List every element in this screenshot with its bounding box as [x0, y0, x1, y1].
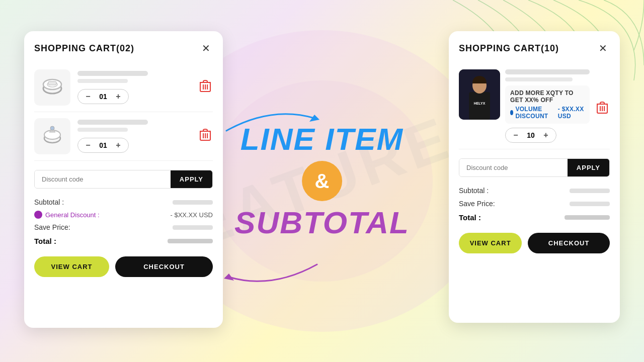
- right-item-decrease-button[interactable]: −: [511, 130, 521, 140]
- left-view-cart-button[interactable]: VIEW CART: [34, 256, 109, 277]
- right-cart-close-button[interactable]: ✕: [596, 41, 610, 55]
- left-item-1-qty-control: − 01 +: [77, 89, 129, 104]
- left-item-2-qty-control: − 01 +: [77, 138, 129, 153]
- left-item-1-image: [34, 69, 70, 106]
- left-cart-item-1: − 01 +: [34, 63, 213, 112]
- volume-discount-price: - $XX.XX USD: [558, 106, 585, 120]
- left-total-row: Total :: [34, 234, 213, 248]
- right-item-qty: 10: [526, 131, 536, 139]
- left-item-1-decrease-button[interactable]: −: [83, 92, 93, 102]
- right-cart-header: SHOPPING CART(10) ✕: [459, 41, 610, 55]
- item-1-subtitle-bar: [77, 79, 128, 83]
- svg-marker-2: [309, 115, 319, 122]
- right-save-price-bar: [570, 202, 610, 206]
- left-discount-label: General Discount :: [34, 211, 100, 219]
- left-discount-value: - $XX.XX USD: [170, 211, 213, 219]
- right-checkout-button[interactable]: CHECKOUT: [528, 233, 610, 253]
- left-discount-input[interactable]: [35, 170, 171, 188]
- discount-tag-icon: [34, 211, 42, 219]
- left-apply-button[interactable]: APPLY: [171, 170, 212, 188]
- right-save-price-label: Save Price:: [459, 200, 495, 208]
- item-2-title-bar: [77, 120, 148, 125]
- left-general-discount-row: General Discount : - $XX.XX USD: [34, 209, 213, 221]
- left-save-price-label: Save Price:: [34, 223, 70, 231]
- right-discount-row: APPLY: [459, 158, 610, 177]
- svg-point-16: [50, 126, 54, 130]
- left-cart-panel: SHOPPING CART(02) ✕ − 01 +: [24, 31, 223, 328]
- left-item-1-increase-button[interactable]: +: [113, 92, 123, 102]
- right-cart-title: SHOPPING CART(10): [459, 43, 559, 54]
- left-discount-row: APPLY: [34, 170, 213, 189]
- svg-rect-7: [48, 81, 56, 85]
- right-total-label: Total :: [459, 213, 481, 222]
- left-item-2-details: − 01 +: [77, 120, 191, 153]
- right-cart-item-1: HELYX ADD MORE XQTY TO GET XX% OFF VOLUM…: [459, 63, 610, 149]
- left-item-2-image: [34, 118, 70, 154]
- left-cart-item-2: − 01 +: [34, 112, 213, 161]
- left-cart-header: SHOPPING CART(02) ✕: [34, 41, 213, 55]
- left-item-1-details: − 01 +: [77, 71, 191, 104]
- right-save-price-row: Save Price:: [459, 197, 610, 210]
- left-item-2-increase-button[interactable]: +: [113, 140, 123, 150]
- left-checkout-button[interactable]: CHECKOUT: [115, 256, 213, 277]
- left-item-1-qty: 01: [98, 93, 108, 101]
- right-subtotal-bar: [570, 189, 610, 193]
- svg-marker-3: [224, 274, 234, 281]
- arrow-right-decoration: [221, 101, 322, 143]
- left-total-label: Total :: [34, 237, 56, 245]
- right-item-subtitle-bar: [505, 77, 573, 81]
- left-save-price-bar: [173, 225, 213, 230]
- right-subtotal-label: Subtotal :: [459, 187, 489, 195]
- svg-text:HELYX: HELYX: [474, 102, 486, 105]
- right-apply-button[interactable]: APPLY: [568, 159, 609, 176]
- right-cart-panel: SHOPPING CART(10) ✕ HELYX ADD: [449, 31, 620, 323]
- volume-dot-icon: [510, 110, 513, 115]
- arrow-left-decoration: [221, 254, 322, 297]
- left-item-1-delete-button[interactable]: [198, 78, 213, 98]
- left-total-bar: [168, 239, 213, 243]
- volume-discount-banner: ADD MORE XQTY TO GET XX% OFF VOLUME DISC…: [505, 85, 590, 124]
- volume-banner-text: ADD MORE XQTY TO GET XX% OFF: [510, 89, 585, 104]
- left-item-2-delete-button[interactable]: [198, 127, 213, 146]
- right-item-1-image: HELYX: [459, 69, 500, 120]
- volume-discount-detail-row: VOLUME DISCOUNT - $XX.XX USD: [510, 106, 585, 120]
- svg-rect-23: [469, 92, 490, 120]
- right-total-row: Total :: [459, 210, 610, 225]
- right-item-increase-button[interactable]: +: [541, 130, 551, 140]
- left-subtotal-value-bar: [173, 200, 213, 205]
- right-item-1-details: ADD MORE XQTY TO GET XX% OFF VOLUME DISC…: [505, 69, 590, 143]
- right-item-title-bar: [505, 69, 590, 74]
- left-save-price-row: Save Price:: [34, 221, 213, 234]
- right-item-qty-control: − 10 +: [505, 128, 556, 143]
- ampersand-badge: &: [302, 161, 342, 201]
- left-item-2-decrease-button[interactable]: −: [83, 140, 93, 150]
- subtotal-heading: SUBTOTAL: [234, 207, 410, 238]
- right-discount-input[interactable]: [459, 159, 568, 176]
- left-subtotal-row: Subtotal :: [34, 196, 213, 209]
- right-view-cart-button[interactable]: VIEW CART: [459, 233, 522, 253]
- right-item-1-delete-button[interactable]: [595, 100, 610, 119]
- item-1-title-bar: [77, 71, 148, 76]
- left-cart-actions: VIEW CART CHECKOUT: [34, 256, 213, 277]
- left-subtotal-label: Subtotal :: [34, 198, 64, 206]
- left-cart-title: SHOPPING CART(02): [34, 43, 134, 54]
- left-cart-close-button[interactable]: ✕: [199, 41, 213, 55]
- right-total-bar: [565, 215, 610, 220]
- item-2-subtitle-bar: [77, 128, 128, 132]
- left-item-2-qty: 01: [98, 141, 108, 149]
- right-subtotal-row: Subtotal :: [459, 184, 610, 197]
- volume-discount-label: VOLUME DISCOUNT: [510, 106, 555, 120]
- right-cart-actions: VIEW CART CHECKOUT: [459, 233, 610, 253]
